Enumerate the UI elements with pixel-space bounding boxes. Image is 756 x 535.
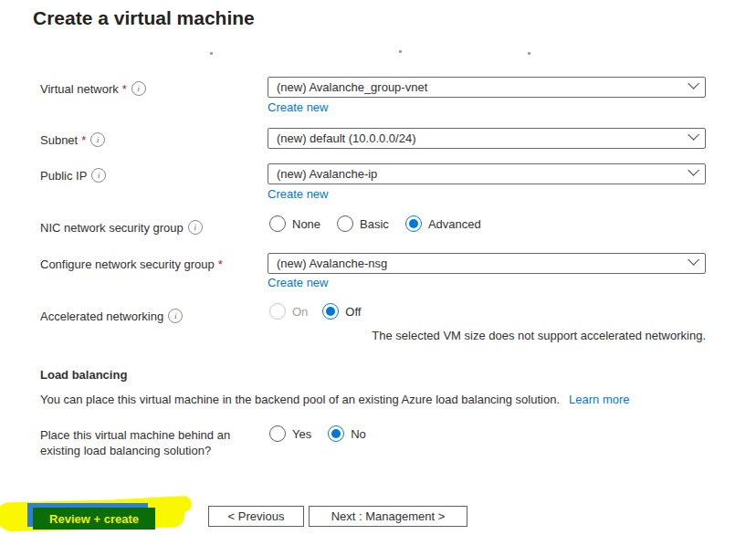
accelerated-networking-note: The selected VM size does not support ac… bbox=[268, 329, 706, 342]
page-title: Create a virtual machine bbox=[33, 7, 255, 29]
public-ip-value: (new) Avalanche-ip bbox=[277, 167, 688, 181]
info-icon[interactable]: i bbox=[90, 132, 105, 147]
create-vm-networking-page: Create a virtual machine Virtual network… bbox=[0, 0, 756, 535]
configure-nsg-value: (new) Avalanche-nsg bbox=[277, 257, 688, 270]
text-remnant-artifact bbox=[210, 52, 213, 55]
nic-nsg-radio-group: None Basic Advanced bbox=[269, 215, 481, 232]
load-balancing-heading: Load balancing bbox=[40, 368, 127, 382]
info-icon[interactable]: i bbox=[131, 81, 146, 96]
load-balancing-description: You can place this virtual machine in th… bbox=[40, 393, 630, 406]
configure-nsg-select[interactable]: (new) Avalanche-nsg bbox=[268, 253, 706, 274]
next-management-button[interactable]: Next : Management > bbox=[309, 506, 467, 527]
required-marker: * bbox=[81, 133, 86, 147]
load-balancing-question: Place this virtual machine behind an exi… bbox=[40, 427, 267, 458]
label-text: Subnet bbox=[40, 133, 78, 147]
radio-no-label: No bbox=[351, 427, 366, 441]
accelerated-networking-radio-group: On Off bbox=[269, 303, 361, 320]
required-marker: * bbox=[122, 82, 127, 96]
info-icon[interactable]: i bbox=[91, 168, 106, 183]
chevron-down-icon bbox=[688, 129, 699, 141]
text-remnant-artifact bbox=[528, 52, 530, 55]
label-text: Virtual network bbox=[40, 82, 119, 96]
radio-on bbox=[269, 303, 286, 320]
learn-more-link[interactable]: Learn more bbox=[569, 393, 629, 406]
virtual-network-label: Virtual network * i bbox=[40, 81, 146, 96]
review-create-button[interactable]: Review + create bbox=[33, 508, 155, 530]
radio-advanced-label: Advanced bbox=[428, 217, 481, 231]
subnet-select[interactable]: (new) default (10.0.0.0/24) bbox=[268, 128, 706, 149]
radio-off[interactable] bbox=[322, 303, 339, 320]
previous-button[interactable]: < Previous bbox=[208, 506, 304, 527]
virtual-network-value: (new) Avalanche_group-vnet bbox=[277, 80, 688, 94]
info-icon[interactable]: i bbox=[168, 309, 183, 323]
subnet-label: Subnet * i bbox=[40, 132, 105, 147]
chevron-down-icon bbox=[688, 78, 699, 89]
public-ip-create-new-link[interactable]: Create new bbox=[268, 187, 328, 201]
radio-no[interactable] bbox=[328, 425, 344, 442]
public-ip-select[interactable]: (new) Avalanche-ip bbox=[268, 163, 706, 184]
radio-yes-label: Yes bbox=[292, 427, 311, 441]
radio-basic[interactable] bbox=[337, 215, 353, 232]
description-text: You can place this virtual machine in th… bbox=[40, 393, 560, 406]
chevron-down-icon bbox=[688, 164, 699, 176]
chevron-down-icon bbox=[688, 254, 699, 266]
radio-none-label: None bbox=[292, 217, 320, 231]
label-text: Accelerated networking bbox=[40, 309, 163, 323]
radio-advanced[interactable] bbox=[405, 215, 422, 232]
radio-none[interactable] bbox=[269, 215, 286, 232]
radio-off-label: Off bbox=[345, 305, 361, 319]
info-icon[interactable]: i bbox=[188, 220, 203, 235]
configure-nsg-create-new-link[interactable]: Create new bbox=[268, 276, 328, 289]
virtual-network-create-new-link[interactable]: Create new bbox=[268, 100, 328, 114]
virtual-network-select[interactable]: (new) Avalanche_group-vnet bbox=[268, 77, 706, 98]
nic-nsg-label: NIC network security group i bbox=[40, 220, 203, 235]
label-text: Configure network security group bbox=[40, 257, 215, 271]
configure-nsg-label: Configure network security group * bbox=[40, 257, 223, 271]
text-remnant-artifact bbox=[399, 50, 402, 53]
radio-yes[interactable] bbox=[269, 425, 286, 442]
label-text: Public IP bbox=[40, 169, 87, 183]
public-ip-label: Public IP i bbox=[40, 168, 106, 183]
accelerated-networking-label: Accelerated networking i bbox=[40, 309, 183, 323]
required-marker: * bbox=[218, 257, 223, 271]
load-balancing-radio-group: Yes No bbox=[269, 425, 366, 442]
radio-on-label: On bbox=[292, 305, 308, 319]
label-text: NIC network security group bbox=[40, 221, 184, 235]
radio-basic-label: Basic bbox=[360, 217, 389, 231]
subnet-value: (new) default (10.0.0.0/24) bbox=[277, 131, 688, 145]
